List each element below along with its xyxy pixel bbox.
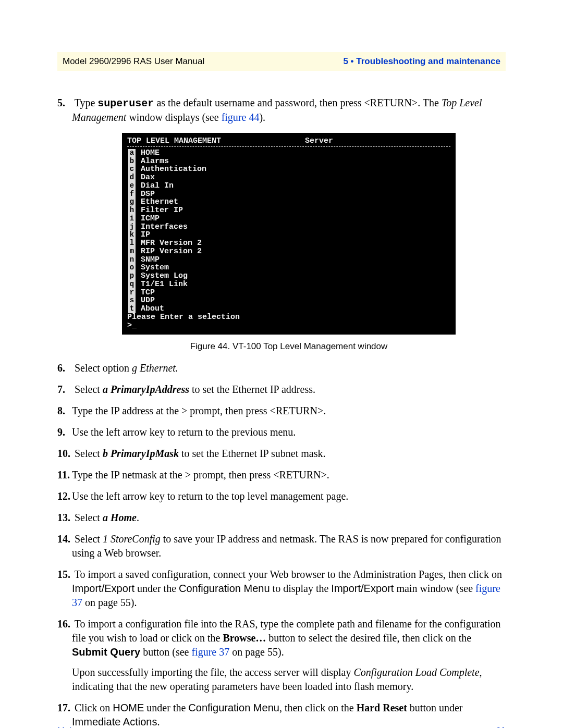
text: on page 55). xyxy=(82,597,137,608)
term-menu-label: RIP Version 2 xyxy=(141,248,202,256)
term-menu-key: f xyxy=(128,190,136,199)
term-menu-key: d xyxy=(128,174,136,182)
bold: Browse… xyxy=(223,632,266,644)
text: Click on xyxy=(75,702,113,713)
term-menu-label: Ethernet xyxy=(141,198,178,206)
manual-title: Model 2960/2996 RAS User Manual xyxy=(63,56,204,67)
term-menu-label: MFR Version 2 xyxy=(141,239,202,248)
text: Select xyxy=(75,448,103,459)
term-menu-key: g xyxy=(128,198,136,206)
emph: Configuration Load Complete xyxy=(353,667,479,678)
emph: g Ethernet. xyxy=(132,362,178,374)
text: to set the Ethernet IP subnet mask. xyxy=(179,448,325,459)
term-menu-label: System Log xyxy=(141,272,188,280)
term-menu-item: cAuthentication xyxy=(128,165,450,174)
step-16: To import a configuration file into the … xyxy=(57,617,506,694)
figure-link-44[interactable]: figure 44 xyxy=(222,112,260,123)
term-menu-label: Filter IP xyxy=(141,206,183,215)
text: on page 55). xyxy=(229,646,284,658)
term-menu-key: j xyxy=(128,223,136,231)
text: to display the xyxy=(270,583,332,594)
step-9: Use the left arrow key to return to the … xyxy=(57,425,506,439)
term-menu-label: SNMP xyxy=(141,256,160,264)
step-17: Click on HOME under the Configuration Me… xyxy=(57,701,506,728)
emph: 1 StoreConfig xyxy=(103,533,161,545)
step-5: Type superuser as the default username a… xyxy=(57,96,506,353)
text: main window (see xyxy=(394,583,475,594)
term-menu-item: jInterfaces xyxy=(128,223,450,231)
ui-label: Import/Export xyxy=(72,583,134,594)
term-menu-label: TCP xyxy=(141,289,155,297)
term-menu-item: lMFR Version 2 xyxy=(128,239,450,248)
term-menu-label: Dax xyxy=(141,174,155,182)
figure-44-caption: Figure 44. VT-100 Top Level Management w… xyxy=(72,341,506,353)
step-6: Select option g Ethernet. xyxy=(57,361,506,375)
term-menu-label: ICMP xyxy=(141,215,160,223)
text: Select option xyxy=(75,362,132,374)
term-menu-item: fDSP xyxy=(128,190,450,199)
term-menu-item: qT1/E1 Link xyxy=(128,280,450,289)
step-14: Select 1 StoreConfig to save your IP add… xyxy=(57,532,506,560)
term-menu-label: UDP xyxy=(141,297,155,305)
term-menu-item: bAlarms xyxy=(128,157,450,166)
footer-section: Maintenance xyxy=(57,726,108,728)
emph-bold: b PrimaryIpMask xyxy=(103,448,179,459)
term-menu-item: dDax xyxy=(128,174,450,182)
bold: Hard Reset xyxy=(357,702,407,713)
text: Use the left arrow key to return to the … xyxy=(72,426,296,438)
ui-label: HOME xyxy=(113,702,144,713)
text: Upon successfully importing the file, th… xyxy=(72,667,353,678)
term-title-right: Server xyxy=(305,137,333,145)
text: button (see xyxy=(140,646,191,658)
term-menu-key: i xyxy=(128,215,136,223)
term-menu-key: n xyxy=(128,256,136,264)
ui-label: Configuration Menu xyxy=(179,583,270,594)
emph-bold: a Home xyxy=(103,512,137,523)
text: Select xyxy=(75,533,103,545)
figure-link-37b[interactable]: figure 37 xyxy=(191,646,229,658)
step-11: Type the IP netmask at the > prompt, the… xyxy=(57,468,506,482)
text: window displays (see xyxy=(126,112,221,123)
text: under the xyxy=(144,702,188,713)
term-menu-item: eDial In xyxy=(128,182,450,190)
term-menu-item: rTCP xyxy=(128,289,450,297)
term-menu-item: kIP xyxy=(128,231,450,239)
term-menu-label: IP xyxy=(141,231,150,239)
term-menu-item: tAbout xyxy=(128,305,450,313)
term-menu-key: m xyxy=(128,248,136,256)
term-title-left: TOP LEVEL MANAGEMENT xyxy=(127,137,305,145)
text: Type xyxy=(75,97,98,108)
text: under the xyxy=(134,583,179,594)
term-menu-key: a xyxy=(128,149,136,157)
term-menu-key: r xyxy=(128,289,136,297)
code-superuser: superuser xyxy=(97,97,154,109)
term-menu-key: o xyxy=(128,264,136,272)
text: Type the IP address at the > prompt, the… xyxy=(72,405,326,416)
text: To import a saved configuration, connect… xyxy=(75,569,502,580)
step-15: To import a saved configuration, connect… xyxy=(57,567,506,610)
term-menu-label: System xyxy=(141,264,169,272)
text: button under xyxy=(407,702,463,713)
page-body: Type superuser as the default username a… xyxy=(57,96,506,728)
term-menu-key: t xyxy=(128,305,136,313)
figure-44: TOP LEVEL MANAGEMENT Server aHOMEbAlarms… xyxy=(72,133,506,353)
emph-bold: a PrimaryIpAddress xyxy=(103,384,189,395)
step-13: Select a Home. xyxy=(57,511,506,525)
term-menu-label: Alarms xyxy=(141,157,169,166)
term-menu-item: gEthernet xyxy=(128,198,450,206)
term-menu-key: h xyxy=(128,206,136,215)
term-menu-label: Authentication xyxy=(141,165,206,174)
term-menu-items: aHOMEbAlarmscAuthenticationdDaxeDial Inf… xyxy=(128,149,450,313)
term-menu-label: Dial In xyxy=(141,182,174,190)
text: Use the left arrow key to return to the … xyxy=(72,490,348,502)
term-menu-item: oSystem xyxy=(128,264,450,272)
ui-label: Import/Export xyxy=(331,583,394,594)
term-menu-key: p xyxy=(128,272,136,280)
text: Select xyxy=(75,512,103,523)
term-menu-item: pSystem Log xyxy=(128,272,450,280)
term-menu-item: mRIP Version 2 xyxy=(128,248,450,256)
term-menu-key: b xyxy=(128,157,136,166)
term-menu-key: e xyxy=(128,182,136,190)
text: button to select the desired file, then … xyxy=(266,632,471,644)
term-menu-key: l xyxy=(128,239,136,248)
